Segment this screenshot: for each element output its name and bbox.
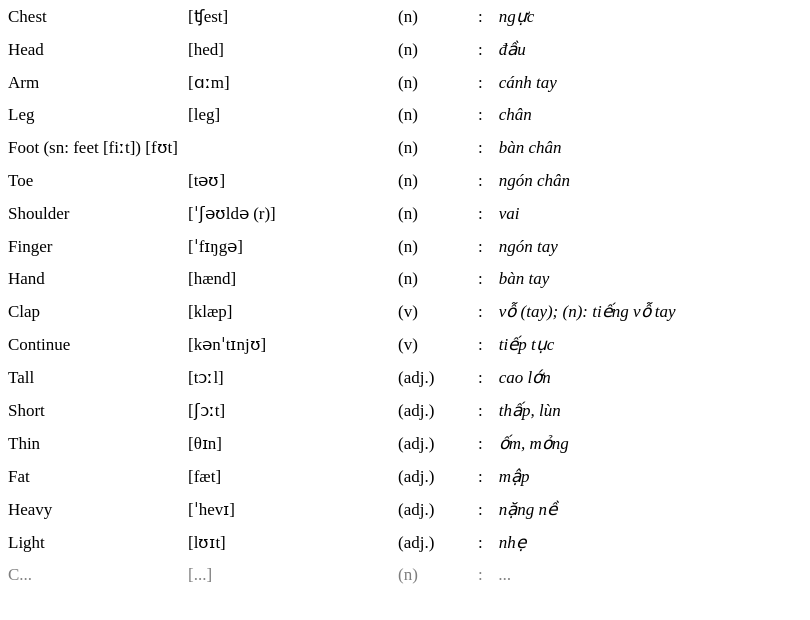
table-row: Toe[təʊ](n):ngón chân xyxy=(0,164,810,197)
word-cell: Leg xyxy=(0,99,180,131)
meaning-cell: mập xyxy=(491,460,810,493)
pos-cell: (n) xyxy=(390,559,470,591)
table-row: Thin[θɪn](adj.):ốm, mỏng xyxy=(0,427,810,460)
pos-cell: (n) xyxy=(390,33,470,66)
phonetic-cell: [fæt] xyxy=(180,460,390,493)
pos-cell: (adj.) xyxy=(390,493,470,526)
table-row: C...[...](n):... xyxy=(0,559,810,591)
pos-cell: (adj.) xyxy=(390,427,470,460)
meaning-cell: bàn tay xyxy=(491,263,810,295)
word-cell: Clap xyxy=(0,295,180,328)
vocabulary-table: Chest[ʧest](n):ngựcHead[hed](n):đầuArm[ɑ… xyxy=(0,0,810,591)
word-cell: Arm xyxy=(0,66,180,99)
table-row: Fat[fæt](adj.):mập xyxy=(0,460,810,493)
meaning-cell: chân xyxy=(491,99,810,131)
pos-cell: (n) xyxy=(390,164,470,197)
word-cell: Finger xyxy=(0,230,180,263)
word-cell: C... xyxy=(0,559,180,591)
word-cell: Heavy xyxy=(0,493,180,526)
meaning-cell: cao lớn xyxy=(491,361,810,394)
colon-cell: : xyxy=(470,493,491,526)
word-cell: Hand xyxy=(0,263,180,295)
meaning-cell: bàn chân xyxy=(491,131,810,164)
phonetic-cell: [tɔːl] xyxy=(180,361,390,394)
meaning-cell: ngón chân xyxy=(491,164,810,197)
pos-cell: (adj.) xyxy=(390,394,470,427)
table-row: Light[lʊɪt](adj.):nhẹ xyxy=(0,526,810,559)
meaning-cell: thấp, lùn xyxy=(491,394,810,427)
table-row: Leg[leg](n):chân xyxy=(0,99,810,131)
phonetic-cell: [ˈʃəʊldə (r)] xyxy=(180,197,390,230)
phonetic-cell: [təʊ] xyxy=(180,164,390,197)
meaning-cell: ốm, mỏng xyxy=(491,427,810,460)
word-cell: Toe xyxy=(0,164,180,197)
colon-cell: : xyxy=(470,460,491,493)
table-row: Chest[ʧest](n):ngực xyxy=(0,0,810,33)
meaning-cell: ngực xyxy=(491,0,810,33)
table-row: Continue[kənˈtɪnjʊ](v):tiếp tục xyxy=(0,328,810,361)
pos-cell: (n) xyxy=(390,263,470,295)
phonetic-cell: [hed] xyxy=(180,33,390,66)
phonetic-cell: [hænd] xyxy=(180,263,390,295)
phonetic-cell: [θɪn] xyxy=(180,427,390,460)
word-cell: Shoulder xyxy=(0,197,180,230)
meaning-cell: ngón tay xyxy=(491,230,810,263)
colon-cell: : xyxy=(470,526,491,559)
word-cell: Short xyxy=(0,394,180,427)
colon-cell: : xyxy=(470,263,491,295)
word-cell: Tall xyxy=(0,361,180,394)
phonetic-cell: [ʃɔːt] xyxy=(180,394,390,427)
colon-cell: : xyxy=(470,66,491,99)
colon-cell: : xyxy=(470,99,491,131)
phonetic-cell: [klæp] xyxy=(180,295,390,328)
phonetic-cell: [leg] xyxy=(180,99,390,131)
word-cell: Chest xyxy=(0,0,180,33)
table-row: Finger[ˈfɪŋgə](n):ngón tay xyxy=(0,230,810,263)
phonetic-cell: [lʊɪt] xyxy=(180,526,390,559)
phonetic-cell: [ɑːm] xyxy=(180,66,390,99)
pos-cell: (adj.) xyxy=(390,460,470,493)
pos-cell: (n) xyxy=(390,131,470,164)
colon-cell: : xyxy=(470,0,491,33)
meaning-cell: đầu xyxy=(491,33,810,66)
pos-cell: (n) xyxy=(390,99,470,131)
pos-cell: (n) xyxy=(390,0,470,33)
colon-cell: : xyxy=(470,131,491,164)
colon-cell: : xyxy=(470,33,491,66)
phonetic-cell: [ˈhevɪ] xyxy=(180,493,390,526)
pos-cell: (n) xyxy=(390,66,470,99)
colon-cell: : xyxy=(470,328,491,361)
phonetic-cell: [kənˈtɪnjʊ] xyxy=(180,328,390,361)
table-row: Hand[hænd](n):bàn tay xyxy=(0,263,810,295)
table-row: Arm[ɑːm](n):cánh tay xyxy=(0,66,810,99)
table-row: Heavy[ˈhevɪ](adj.):nặng nề xyxy=(0,493,810,526)
word-cell: Thin xyxy=(0,427,180,460)
colon-cell: : xyxy=(470,361,491,394)
meaning-cell: ... xyxy=(491,559,810,591)
meaning-cell: tiếp tục xyxy=(491,328,810,361)
colon-cell: : xyxy=(470,295,491,328)
word-cell: Fat xyxy=(0,460,180,493)
word-cell: Continue xyxy=(0,328,180,361)
meaning-cell: nặng nề xyxy=(491,493,810,526)
colon-cell: : xyxy=(470,559,491,591)
pos-cell: (v) xyxy=(390,295,470,328)
phonetic-cell: [...] xyxy=(180,559,390,591)
pos-cell: (n) xyxy=(390,230,470,263)
pos-cell: (adj.) xyxy=(390,361,470,394)
pos-cell: (n) xyxy=(390,197,470,230)
table-row: Head[hed](n):đầu xyxy=(0,33,810,66)
table-row: Clap[klæp](v):vỗ (tay); (n): tiếng vỗ ta… xyxy=(0,295,810,328)
table-row: Tall[tɔːl](adj.):cao lớn xyxy=(0,361,810,394)
word-cell: Light xyxy=(0,526,180,559)
colon-cell: : xyxy=(470,197,491,230)
meaning-cell: nhẹ xyxy=(491,526,810,559)
meaning-cell: vỗ (tay); (n): tiếng vỗ tay xyxy=(491,295,810,328)
meaning-cell: cánh tay xyxy=(491,66,810,99)
phonetic-cell: [ʧest] xyxy=(180,0,390,33)
colon-cell: : xyxy=(470,427,491,460)
meaning-cell: vai xyxy=(491,197,810,230)
colon-cell: : xyxy=(470,164,491,197)
table-row: Foot (sn: feet [fiːt]) [fʊt](n):bàn chân xyxy=(0,131,810,164)
word-cell: Head xyxy=(0,33,180,66)
